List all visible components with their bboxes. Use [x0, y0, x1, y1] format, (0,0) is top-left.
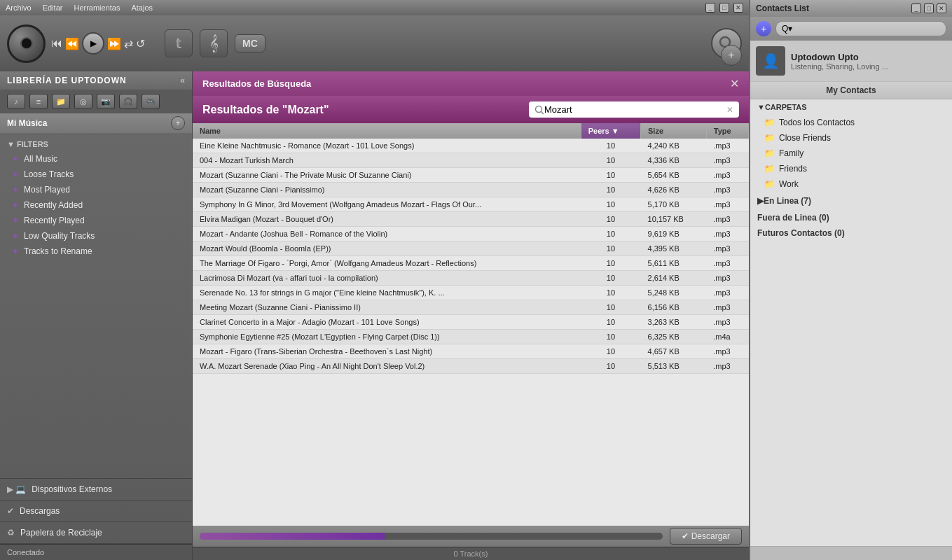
table-row[interactable]: Elvira Madigan (Mozart - Bouquet d'Or) 1…	[193, 212, 749, 227]
filter-recently-played[interactable]: ✦ Recently Played	[0, 213, 192, 228]
downloads-icon: ✔	[7, 506, 14, 516]
table-row[interactable]: Clarinet Concerto in a Major - Adagio (M…	[193, 315, 749, 330]
table-row[interactable]: Serenade No. 13 for strings in G major (…	[193, 286, 749, 300]
connection-status: Conectado	[0, 544, 192, 560]
user-avatar: 👤	[756, 46, 785, 76]
result-size: 4,395 KB	[641, 241, 707, 256]
search-input[interactable]	[544, 104, 724, 115]
folder-label-work: Work	[779, 179, 799, 189]
folder-todos[interactable]: 📁 Todos los Contactos	[750, 115, 952, 130]
result-type: .mp3	[706, 359, 748, 374]
fast-forward-button[interactable]: ⏩	[107, 37, 121, 50]
menu-bar[interactable]: Archivo Editar Herramientas Atajos	[6, 4, 153, 12]
contacts-maximize[interactable]: □	[924, 4, 934, 13]
sidebar-downloads[interactable]: ✔ Descargas	[0, 500, 192, 522]
mi-musica-bar: Mi Música +	[0, 113, 192, 133]
folder-close-friends[interactable]: 📁 Close Friends	[750, 130, 952, 146]
table-header: Name Peers ▼ Size Type	[193, 123, 749, 139]
result-name: W.A. Mozart Serenade (Xiao Ping - An All…	[193, 359, 581, 374]
sidebar-icon-radio[interactable]: ◎	[74, 94, 92, 109]
result-type: .mp3	[706, 300, 748, 315]
menu-herramientas[interactable]: Herramientas	[74, 4, 120, 12]
table-row[interactable]: Lacrimosa Di Mozart (va - affari tuoi - …	[193, 271, 749, 286]
menu-editar[interactable]: Editar	[43, 4, 63, 12]
rewind-button[interactable]: ⏪	[65, 37, 79, 50]
folder-label-friends: Friends	[779, 164, 807, 174]
sidebar-recycle[interactable]: ♻ Papelera de Reciclaje	[0, 522, 192, 544]
search-results-header: Resultados de Búsqueda ✕	[193, 71, 749, 96]
filter-loose-tracks[interactable]: ✦ Loose Tracks	[0, 167, 192, 182]
filter-tracks-rename[interactable]: ✦ Tracks to Rename	[0, 244, 192, 259]
folder-work[interactable]: 📁 Work	[750, 176, 952, 192]
download-button[interactable]: ✔ Descargar	[670, 528, 742, 545]
sidebar-icon-gamepad[interactable]: 🎮	[142, 94, 160, 109]
shuffle-button[interactable]: ⇄	[124, 37, 133, 50]
online-section[interactable]: ▶En Linea (7)	[750, 192, 952, 210]
folder-friends[interactable]: 📁 Friends	[750, 161, 952, 176]
sidebar-icon-camera[interactable]: 📷	[97, 94, 115, 109]
menu-atajos[interactable]: Atajos	[131, 4, 153, 12]
twitter-icon[interactable]: 𝕥	[165, 29, 193, 57]
maximize-button[interactable]: □	[719, 3, 729, 13]
contacts-close[interactable]: ✕	[937, 4, 946, 13]
col-header-peers[interactable]: Peers ▼	[581, 123, 640, 139]
result-name: Lacrimosa Di Mozart (va - affari tuoi - …	[193, 271, 581, 286]
contacts-minimize[interactable]: _	[911, 4, 921, 13]
table-row[interactable]: 004 - Mozart Turkish March 10 4,336 KB .…	[193, 153, 749, 168]
result-name: Mozart - Figaro (Trans-Siberian Orchestr…	[193, 344, 581, 359]
table-row[interactable]: Mozart - Figaro (Trans-Siberian Orchestr…	[193, 344, 749, 359]
table-row[interactable]: The Marriage Of Figaro - `Porgi, Amor` (…	[193, 256, 749, 271]
prev-button[interactable]: ⏮	[51, 37, 62, 50]
repeat-button[interactable]: ↺	[136, 37, 145, 50]
sidebar-icon-playlist[interactable]: ≡	[29, 94, 48, 109]
col-header-size[interactable]: Size	[641, 123, 707, 139]
table-row[interactable]: Meeting Mozart (Suzanne Ciani - Pianissi…	[193, 300, 749, 315]
sidebar-icon-music[interactable]: ♪	[7, 94, 25, 109]
table-row[interactable]: Symphonie Egytienne #25 (Mozart L'Egypti…	[193, 330, 749, 344]
contacts-add-button[interactable]: +	[756, 21, 771, 36]
result-peers: 10	[581, 153, 640, 168]
table-row[interactable]: Mozart (Suzanne Ciani - Pianissimo) 10 4…	[193, 183, 749, 197]
player-controls[interactable]: ⏮ ⏪ ▶ ⏩ ⇄ ↺	[51, 32, 145, 55]
result-name: Serenade No. 13 for strings in G major (…	[193, 286, 581, 300]
close-search-button[interactable]: ✕	[730, 77, 739, 90]
sidebar-icon-folder[interactable]: 📁	[52, 94, 70, 109]
filter-most-played[interactable]: ✦ Most Played	[0, 182, 192, 197]
result-type: .mp3	[706, 286, 748, 300]
music-social-icon[interactable]: 𝄞	[200, 29, 228, 57]
play-button[interactable]: ▶	[82, 32, 104, 55]
menu-archivo[interactable]: Archivo	[6, 4, 32, 12]
sidebar-icon-headphones[interactable]: 🎧	[119, 94, 137, 109]
folder-family[interactable]: 📁 Family	[750, 146, 952, 161]
col-header-name[interactable]: Name	[193, 123, 581, 139]
sidebar-external-devices[interactable]: ▶ 💻 Dispositivos Externos	[0, 479, 192, 500]
result-type: .mp3	[706, 241, 748, 256]
minimize-button[interactable]: _	[705, 3, 715, 13]
filter-recently-added[interactable]: ✦ Recently Added	[0, 197, 192, 213]
close-button[interactable]: ✕	[733, 3, 743, 13]
window-controls[interactable]: _ □ ✕	[705, 3, 743, 13]
table-row[interactable]: Eine Kleine Nachtmusic - Romance (Mozart…	[193, 139, 749, 153]
sidebar-collapse-button[interactable]: «	[180, 76, 185, 85]
mc-badge[interactable]: MC	[235, 34, 265, 52]
result-size: 5,513 KB	[641, 359, 707, 374]
col-header-type[interactable]: Type	[706, 123, 748, 139]
filter-all-music[interactable]: ✦ All Music	[0, 151, 192, 167]
table-row[interactable]: Mozart Would (Boomla - Boomla (EP)) 10 4…	[193, 241, 749, 256]
result-peers: 10	[581, 183, 640, 197]
table-row[interactable]: Mozart - Andante (Joshua Bell - Romance …	[193, 227, 749, 241]
search-clear-button[interactable]: ✕	[726, 105, 733, 115]
carpetas-header[interactable]: ▼CARPETAS	[750, 99, 952, 115]
social-icons[interactable]: 𝕥 𝄞 MC	[165, 29, 265, 57]
track-count-bar: 0 Track(s)	[193, 547, 749, 560]
filter-low-quality[interactable]: ✦ Low Quality Tracks	[0, 228, 192, 244]
contacts-search-input[interactable]: Q▾	[775, 21, 946, 36]
table-row[interactable]: Symphony In G Minor, 3rd Movement (Wolfg…	[193, 197, 749, 212]
folder-label-family: Family	[779, 148, 803, 158]
mi-musica-add-button[interactable]: +	[171, 116, 185, 130]
add-button[interactable]: +	[721, 45, 742, 66]
table-row[interactable]: Mozart (Suzanne Ciani - The Private Musi…	[193, 168, 749, 183]
contacts-window-controls[interactable]: _ □ ✕	[911, 4, 946, 13]
table-row[interactable]: W.A. Mozart Serenade (Xiao Ping - An All…	[193, 359, 749, 374]
search-input-wrap[interactable]: ✕	[529, 102, 739, 118]
